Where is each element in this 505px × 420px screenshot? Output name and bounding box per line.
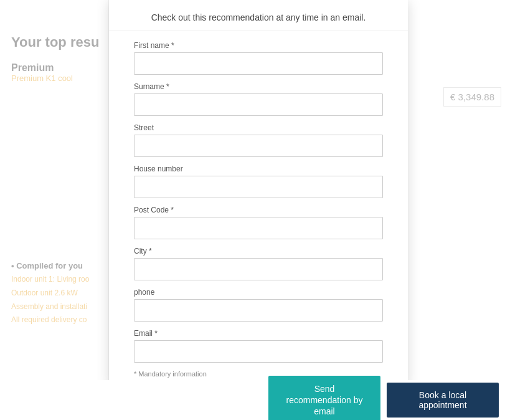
input-first-name[interactable] <box>134 52 383 75</box>
label-surname: Surname * <box>134 82 383 91</box>
input-city[interactable] <box>134 258 383 280</box>
label-house-number: House number <box>134 165 383 173</box>
book-appointment-button[interactable]: Book a local appointment <box>387 383 499 418</box>
modal-header: Check out this recommendation at any tim… <box>109 0 408 31</box>
form-group-first-name: First name * <box>134 41 383 75</box>
label-post-code: Post Code * <box>134 206 383 214</box>
input-street[interactable] <box>134 135 383 157</box>
input-phone[interactable] <box>134 299 383 322</box>
form-group-post-code: Post Code * <box>134 206 383 239</box>
form-group-street: Street <box>134 123 383 157</box>
label-first-name: First name * <box>134 41 383 50</box>
label-phone: phone <box>134 288 383 297</box>
input-post-code[interactable] <box>134 217 383 239</box>
input-surname[interactable] <box>134 93 383 116</box>
modal-header-text: Check out this recommendation at any tim… <box>151 12 366 22</box>
label-street: Street <box>134 123 383 132</box>
input-house-number[interactable] <box>134 176 383 198</box>
email-form-modal: Check out this recommendation at any tim… <box>109 0 408 386</box>
send-recommendation-button[interactable]: Send recommendation by email <box>268 376 380 420</box>
modal-body: First name *Surname *StreetHouse numberP… <box>109 31 408 384</box>
form-group-phone: phone <box>134 288 383 322</box>
form-group-house-number: House number <box>134 165 383 198</box>
label-email: Email * <box>134 329 383 338</box>
label-city: City * <box>134 247 383 255</box>
bottom-bar: Send recommendation by email Book a loca… <box>0 380 505 420</box>
input-email[interactable] <box>134 340 383 363</box>
form-group-surname: Surname * <box>134 82 383 116</box>
form-group-email: Email * <box>134 329 383 363</box>
form-group-city: City * <box>134 247 383 280</box>
